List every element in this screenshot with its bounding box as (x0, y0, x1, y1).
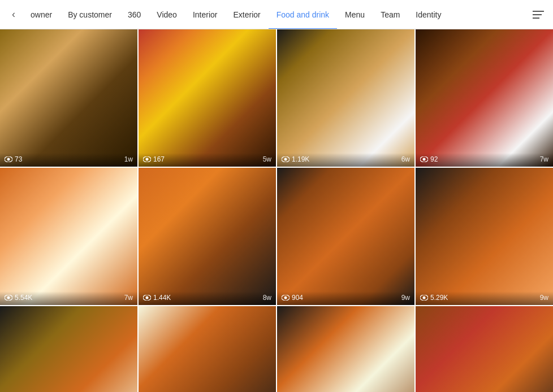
nav-tab-video[interactable]: Video (149, 0, 185, 29)
photo-cell-p4[interactable]: 927w (416, 29, 553, 167)
photo-cell-p1[interactable]: 731w (0, 29, 137, 167)
nav-tab-food-and-drink[interactable]: Food and drink (269, 0, 337, 29)
photo-cell-p7[interactable]: 9049w (277, 168, 414, 305)
photo-views-p6: 1.44K (143, 294, 171, 302)
svg-point-8 (284, 158, 287, 161)
photo-time-p2: 5w (263, 155, 271, 163)
photo-views-p1: 73 (5, 155, 22, 163)
photo-overlay-p5: 5.54K7w (0, 291, 137, 305)
eye-icon (282, 295, 290, 300)
photo-overlay-p2: 1675w (139, 153, 276, 167)
photo-cell-p6[interactable]: 1.44K8w (139, 168, 276, 305)
nav-tab-by-customer[interactable]: By customer (60, 0, 120, 29)
nav-tab-identity[interactable]: Identity (408, 0, 449, 29)
photo-time-p5: 7w (124, 294, 133, 302)
photo-views-p3: 1.19K (282, 155, 309, 163)
svg-point-10 (423, 158, 426, 161)
photo-overlay-p7: 9049w (277, 291, 414, 305)
photo-cell-p5[interactable]: 5.54K7w (0, 168, 137, 305)
photo-cell-p12[interactable] (416, 306, 553, 392)
photo-time-p6: 8w (263, 294, 271, 302)
photo-time-p4: 7w (540, 155, 548, 163)
photo-overlay-p3: 1.19K6w (277, 153, 414, 167)
svg-point-4 (7, 158, 10, 161)
svg-point-18 (423, 297, 426, 299)
photo-overlay-p4: 927w (416, 153, 553, 167)
photo-cell-p3[interactable]: 1.19K6w (277, 29, 414, 167)
view-count-p4: 92 (430, 155, 438, 163)
view-count-p5: 5.54K (15, 294, 32, 302)
back-icon: ‹ (12, 8, 15, 20)
photo-cell-p9[interactable] (0, 306, 137, 392)
view-count-p7: 904 (292, 294, 303, 302)
svg-point-14 (146, 297, 149, 299)
photo-overlay-p8: 5.29K9w (416, 291, 553, 305)
photo-views-p4: 92 (420, 155, 438, 163)
nav-tab-team[interactable]: Team (373, 0, 408, 29)
eye-icon (282, 156, 290, 162)
photo-cell-p8[interactable]: 5.29K9w (416, 168, 553, 305)
photo-views-p5: 5.54K (5, 294, 32, 302)
photo-time-p3: 6w (401, 155, 410, 163)
photo-overlay-p6: 1.44K8w (139, 291, 276, 305)
nav-tab-menu[interactable]: Menu (337, 0, 373, 29)
eye-icon (5, 295, 12, 300)
photo-views-p2: 167 (143, 155, 165, 163)
photo-views-p8: 5.29K (420, 294, 448, 302)
svg-point-16 (284, 297, 287, 299)
svg-point-12 (7, 297, 10, 299)
nav-tab-360[interactable]: 360 (120, 0, 149, 29)
view-count-p3: 1.19K (292, 155, 309, 163)
eye-icon (420, 295, 428, 300)
view-count-p8: 5.29K (430, 294, 448, 302)
photo-cell-p11[interactable] (277, 306, 414, 392)
photo-time-p7: 9w (401, 294, 410, 302)
photo-time-p8: 9w (540, 294, 548, 302)
sort-button[interactable] (528, 5, 548, 25)
photo-overlay-p1: 731w (0, 153, 137, 167)
svg-point-6 (146, 158, 149, 161)
nav-tab-interior[interactable]: Interior (185, 0, 226, 29)
view-count-p2: 167 (153, 155, 165, 163)
photo-grid: 731w1675w1.19K6w927w5.54K7w1.44K8w9049w5… (0, 29, 553, 392)
nav-tab-exterior[interactable]: Exterior (225, 0, 268, 29)
view-count-p1: 73 (15, 155, 22, 163)
view-count-p6: 1.44K (153, 294, 171, 302)
photo-cell-p2[interactable]: 1675w (139, 29, 276, 167)
nav-bar: ‹ ownerBy customer360VideoInteriorExteri… (0, 0, 553, 29)
photo-time-p1: 1w (124, 155, 133, 163)
eye-icon (420, 156, 428, 162)
photo-cell-p10[interactable] (139, 306, 276, 392)
eye-icon (5, 156, 12, 162)
sort-icon (533, 10, 544, 19)
nav-tab-owner[interactable]: owner (23, 0, 60, 29)
eye-icon (143, 295, 151, 300)
photo-views-p7: 904 (282, 294, 303, 302)
back-button[interactable]: ‹ (5, 6, 23, 24)
eye-icon (143, 156, 151, 162)
